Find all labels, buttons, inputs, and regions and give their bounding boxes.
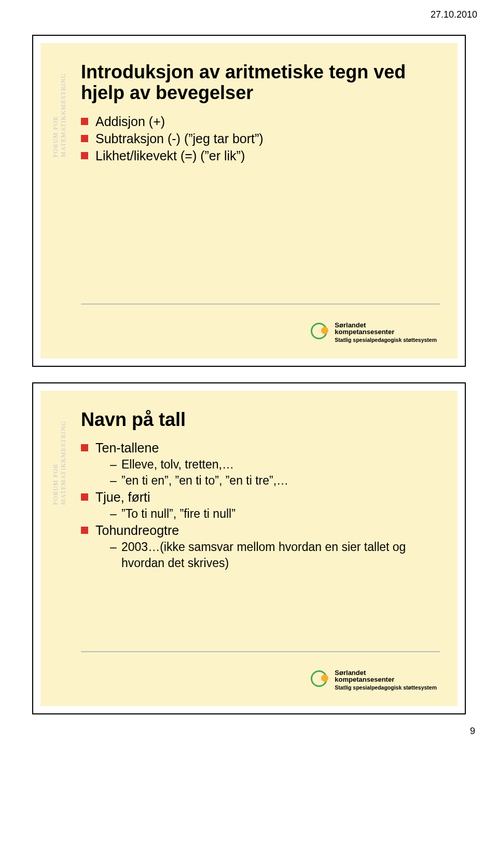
page-number: 9 [0,720,498,749]
logo-line1: Sørlandet [335,322,437,329]
sub-item: Elleve, tolv, tretten,… [110,457,437,473]
bullet-item: Addisjon (+) [81,113,437,130]
bullet-item: Subtraksjon (-) (”jeg tar bort”) [81,130,437,147]
bullet-item: Tjue, førti ”To ti null”, ”fire ti null” [81,489,437,522]
slide-2-canvas: FORUM FOR MATEMATIKKMESTRING Navn på tal… [40,391,458,706]
slide-1: FORUM FOR MATEMATIKKMESTRING Introduksjo… [32,35,466,367]
sub-item: ”To ti null”, ”fire ti null” [110,506,437,522]
sub-list: ”To ti null”, ”fire ti null” [110,506,437,522]
logo-line1: Sørlandet [335,669,437,677]
slide-2-title: Navn på tall [81,409,437,430]
logo-block: Sørlandet kompetansesenter Statlig spesi… [310,669,437,691]
sub-list: Elleve, tolv, tretten,… ”en ti en”, ”en … [110,457,437,489]
bullet-item: Ten-tallene Elleve, tolv, tretten,… ”en … [81,439,437,489]
logo-icon [310,669,330,690]
bullet-text: Tohundreogtre [95,523,179,538]
logo-line3: Statlig spesialpedagogisk støttesystem [335,337,437,343]
slide-1-content: Introduksjon av aritmetiske tegn ved hje… [81,62,437,164]
divider-line [81,651,440,652]
bullet-text: Ten-tallene [95,440,159,455]
sub-item: 2003…(ikke samsvar mellom hvordan en sie… [110,539,437,571]
vertical-label: FORUM FOR MATEMATIKKMESTRING [52,53,67,157]
logo-line2: kompetansesenter [335,328,437,336]
logo-text: Sørlandet kompetansesenter Statlig spesi… [335,322,437,343]
bullet-item: Tohundreogtre 2003…(ikke samsvar mellom … [81,522,437,571]
logo-block: Sørlandet kompetansesenter Statlig spesi… [310,322,437,343]
divider-line [81,304,440,305]
logo-line2: kompetansesenter [335,676,437,683]
logo-line3: Statlig spesialpedagogisk støttesystem [335,685,437,691]
vertical-label: FORUM FOR MATEMATIKKMESTRING [52,401,67,505]
slide-2-content: Navn på tall Ten-tallene Elleve, tolv, t… [81,409,437,571]
bullet-text: Tjue, førti [95,490,150,504]
page-date: 27.10.2010 [0,0,498,24]
slide-1-wrap: FORUM FOR MATEMATIKKMESTRING Introduksjo… [0,24,498,372]
logo-icon [310,322,330,342]
slide-2: FORUM FOR MATEMATIKKMESTRING Navn på tal… [32,382,466,714]
slide-2-wrap: FORUM FOR MATEMATIKKMESTRING Navn på tal… [0,372,498,720]
slide-1-title: Introduksjon av aritmetiske tegn ved hje… [81,62,437,104]
logo-text: Sørlandet kompetansesenter Statlig spesi… [335,669,437,691]
sub-item: ”en ti en”, ”en ti to”, ”en ti tre”,… [110,473,437,489]
slide-2-bullets: Ten-tallene Elleve, tolv, tretten,… ”en … [81,439,437,571]
slide-1-canvas: FORUM FOR MATEMATIKKMESTRING Introduksjo… [40,43,458,359]
sub-list: 2003…(ikke samsvar mellom hvordan en sie… [110,539,437,571]
bullet-item: Likhet/likevekt (=) (”er lik”) [81,147,437,164]
slide-1-bullets: Addisjon (+) Subtraksjon (-) (”jeg tar b… [81,113,437,164]
